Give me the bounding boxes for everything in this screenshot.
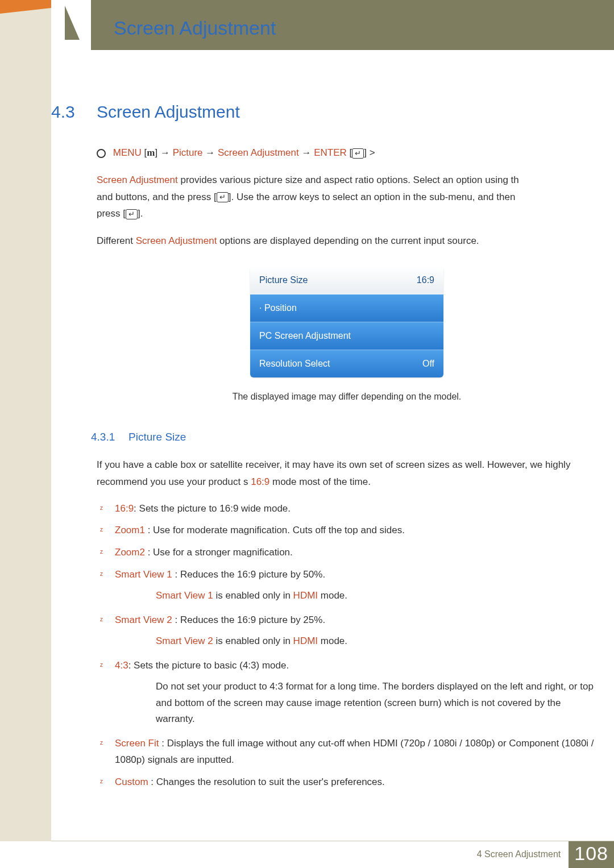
note-term: Smart View 1 xyxy=(156,590,213,601)
text: Different xyxy=(97,235,136,246)
subsection-header: 4.3.1 Picture Size xyxy=(91,427,597,446)
list-item: 4:3: Sets the picture to basic (4:3) mod… xyxy=(97,658,597,728)
option-name: 16:9 xyxy=(115,503,134,514)
option-desc: : Changes the resolution to suit the use… xyxy=(148,776,385,787)
nav-bracket-close: ] xyxy=(155,147,160,158)
left-sidebar xyxy=(0,0,51,841)
option-desc: : Sets the picture to basic (4:3) mode. xyxy=(128,660,289,671)
osd-value: 16:9 xyxy=(417,272,434,288)
nav-gt: > xyxy=(370,147,375,158)
enter-icon: ↵ xyxy=(217,192,229,202)
section-number: 4.3 xyxy=(51,102,97,122)
osd-label: PC Screen Adjustment xyxy=(259,328,351,344)
arrow-icon: → xyxy=(205,147,215,158)
option-desc: : Use for moderate magnification. Cuts o… xyxy=(145,525,405,535)
bullet-circle-icon xyxy=(97,149,106,158)
text: mode. xyxy=(318,590,347,601)
list-item: Zoom2 : Use for a stronger magnification… xyxy=(97,545,597,561)
nav-picture: Picture xyxy=(173,147,203,158)
inline-term: Screen Adjustment xyxy=(136,235,217,246)
list-item: Smart View 2 : Reduces the 16:9 picture … xyxy=(97,612,597,650)
inline-term: 16:9 xyxy=(251,476,269,487)
text: press [ xyxy=(97,208,126,219)
list-item: Screen Fit : Displays the full image wit… xyxy=(97,736,597,769)
section-header: 4.3 Screen Adjustment xyxy=(51,102,597,122)
text: provides various picture size and aspect… xyxy=(178,175,519,185)
list-item: Smart View 1 : Reduces the 16:9 picture … xyxy=(97,567,597,604)
footer-chapter-ref: 4 Screen Adjustment xyxy=(477,841,569,868)
paragraph-2: Different Screen Adjustment options are … xyxy=(97,232,597,250)
note: Smart View 2 is enabled only in HDMI mod… xyxy=(156,633,597,650)
arrow-icon: → xyxy=(160,147,170,158)
menu-icon: m xyxy=(147,147,155,158)
osd-row-resolution[interactable]: Resolution Select Off xyxy=(250,350,443,377)
text: mode. xyxy=(318,636,347,646)
inline-term: Screen Adjustment xyxy=(97,175,178,185)
note: Smart View 1 is enabled only in HDMI mod… xyxy=(156,588,597,604)
list-item: Zoom1 : Use for moderate magnification. … xyxy=(97,522,597,539)
options-list: 16:9: Sets the picture to 16:9 wide mode… xyxy=(97,501,597,791)
note-term: Smart View 2 xyxy=(156,636,213,646)
orange-corner xyxy=(0,0,51,8)
osd-row-picture-size[interactable]: Picture Size 16:9 xyxy=(250,267,443,294)
option-desc: : Reduces the 16:9 picture by 25%. xyxy=(172,614,325,625)
note-term: HDMI xyxy=(293,590,318,601)
option-name: Custom xyxy=(115,776,148,787)
text: and buttons, and the press [ xyxy=(97,192,217,202)
nav-screen-adj: Screen Adjustment xyxy=(218,147,299,158)
nav-bracket: ] xyxy=(364,147,369,158)
subsection-intro: If you have a cable box or satellite rec… xyxy=(97,456,597,491)
option-desc: : Displays the full image without any cu… xyxy=(115,738,594,765)
navigation-path: MENU [m] → Picture → Screen Adjustment →… xyxy=(97,144,597,161)
osd-label: Resolution Select xyxy=(259,356,330,372)
option-name: Smart View 2 xyxy=(115,614,172,625)
note: Do not set your product to 4:3 format fo… xyxy=(156,679,597,728)
footer: 4 Screen Adjustment 108 xyxy=(51,841,614,868)
option-name: 4:3 xyxy=(115,660,128,671)
text: mode most of the time. xyxy=(269,476,371,487)
text: is enabled only in xyxy=(213,590,293,601)
subsection-title: Picture Size xyxy=(128,427,186,446)
text: ]. Use the arrow keys to select an optio… xyxy=(229,192,516,202)
option-desc: : Reduces the 16:9 picture by 50%. xyxy=(172,569,325,580)
enter-icon: ↵ xyxy=(352,148,364,159)
osd-value: Off xyxy=(422,356,434,372)
chapter-triangle xyxy=(65,6,80,40)
text: options are displayed depending on the c… xyxy=(217,235,479,246)
nav-enter-label: ENTER xyxy=(314,147,347,158)
paragraph-1: Screen Adjustment provides various pictu… xyxy=(97,172,597,222)
option-desc: : Sets the picture to 16:9 wide mode. xyxy=(134,503,291,514)
subsection-number: 4.3.1 xyxy=(91,427,128,446)
osd-label: Picture Size xyxy=(259,272,308,288)
enter-icon: ↵ xyxy=(126,209,138,219)
page-title: Screen Adjustment xyxy=(114,17,276,39)
list-item: 16:9: Sets the picture to 16:9 wide mode… xyxy=(97,501,597,517)
osd-menu: Picture Size 16:9 · Position PC Screen A… xyxy=(250,267,443,377)
option-name: Zoom2 xyxy=(115,547,145,558)
osd-label: · Position xyxy=(259,300,297,316)
osd-caption: The displayed image may differ depending… xyxy=(97,389,597,405)
osd-row-position[interactable]: · Position xyxy=(250,294,443,322)
option-desc: : Use for a stronger magnification. xyxy=(145,547,293,558)
note-term: HDMI xyxy=(293,636,318,646)
option-name: Zoom1 xyxy=(115,525,145,535)
text: ]. xyxy=(138,208,143,219)
osd-row-pc-screen[interactable]: PC Screen Adjustment xyxy=(250,322,443,350)
footer-page-number: 108 xyxy=(569,841,614,868)
nav-menu-label: MENU xyxy=(113,147,142,158)
list-item: Custom : Changes the resolution to suit … xyxy=(97,774,597,791)
option-name: Smart View 1 xyxy=(115,569,172,580)
arrow-icon: → xyxy=(301,147,311,158)
section-title: Screen Adjustment xyxy=(97,102,240,122)
option-name: Screen Fit xyxy=(115,738,159,749)
text: is enabled only in xyxy=(213,636,293,646)
content-area: 4.3 Screen Adjustment MENU [m] → Picture… xyxy=(51,102,597,796)
